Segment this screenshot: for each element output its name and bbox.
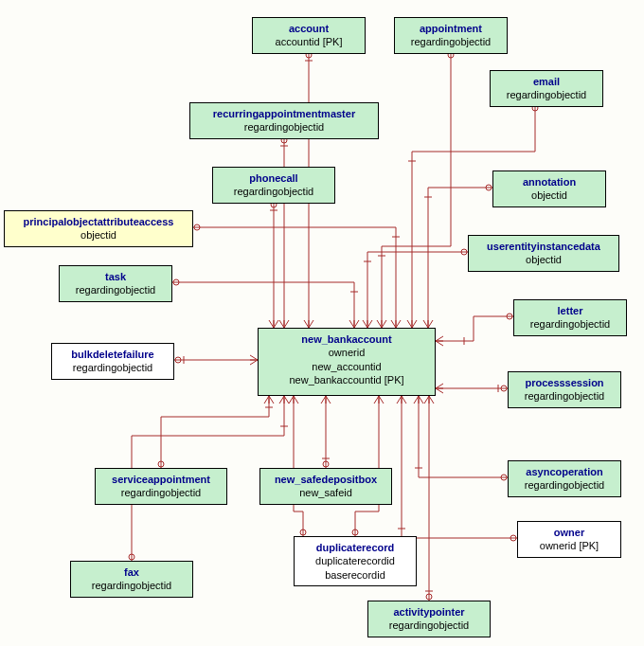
svg-line-99 [419,396,423,404]
entity-attr: ownerid [PK] [524,539,615,552]
svg-line-92 [326,396,331,404]
entity-attr: baserecordid [300,568,410,582]
entity-title: new_bankaccount [264,332,429,346]
entity-title: recurringappointmentmaster [196,107,372,120]
svg-point-129 [129,554,134,560]
entity-title: task [65,270,166,283]
svg-line-100 [414,396,419,404]
svg-line-107 [379,396,384,404]
svg-line-2 [304,320,309,328]
svg-line-116 [289,396,294,404]
svg-point-85 [158,461,164,467]
entity-title: email [496,75,597,88]
svg-line-130 [284,396,289,404]
entity-attr: accountid [PK] [259,35,359,48]
svg-point-71 [175,357,181,363]
svg-point-121 [510,535,516,541]
svg-line-59 [354,320,359,328]
entity-duplicaterecord: duplicaterecordduplicaterecordidbasereco… [294,536,417,586]
svg-line-72 [250,360,258,365]
svg-line-10 [377,320,382,328]
svg-line-86 [269,396,274,404]
entity-title: letter [520,304,620,317]
entity-attr: new_accountid [264,360,429,373]
entity-owner: ownerownerid [PK] [517,521,621,558]
entity-title: principalobjectattributeaccess [10,215,187,228]
entity-task: taskregardingobjectid [59,265,172,302]
entity-new_bankaccount: new_bankaccountowneridnew_accountidnew_b… [258,328,436,396]
entity-principal: principalobjectattributeaccessobjectid [4,210,193,247]
svg-line-137 [424,396,429,404]
svg-line-30 [269,320,274,328]
entity-attr: duplicaterecordid [300,554,410,567]
entity-attr: objectid [10,228,187,242]
entity-attr: regardingobjectid [101,486,221,499]
svg-line-136 [429,396,434,404]
entity-title: new_safedepositbox [266,473,385,486]
entity-attr: ownerid [264,346,429,359]
entity-title: fax [77,565,187,579]
svg-point-65 [507,314,512,319]
entity-bulkdeletefailure: bulkdeletefailureregardingobjectid [51,343,174,380]
svg-line-3 [309,320,313,328]
svg-line-18 [407,320,412,328]
entity-title: duplicaterecord [300,541,410,554]
svg-line-31 [274,320,278,328]
svg-point-106 [352,529,358,535]
svg-line-123 [397,396,402,404]
entity-userentityinstancedata: userentityinstancedataobjectid [468,235,619,272]
svg-line-78 [436,384,443,388]
entity-attr: regardingobjectid [520,317,620,331]
entity-attr: regardingobjectid [514,389,615,403]
svg-point-36 [486,185,492,190]
svg-line-115 [294,396,298,404]
svg-point-114 [300,529,306,535]
entity-activitypointer: activitypointerregardingobjectid [367,601,491,637]
svg-line-25 [284,320,289,328]
svg-line-87 [264,396,269,404]
entity-attr: regardingobjectid [196,120,372,134]
entity-attr: regardingobjectid [514,478,615,492]
entity-attr: new_safeid [266,486,385,499]
svg-line-45 [396,320,401,328]
svg-point-135 [426,594,432,600]
svg-point-43 [194,224,200,230]
entity-attr: regardingobjectid [77,579,187,592]
entity-new_safedepositbox: new_safedepositboxnew_safeid [259,468,392,505]
entity-attr: objectid [499,188,599,202]
entity-processsession: processsessionregardingobjectid [508,371,621,408]
entity-attr: objectid [474,253,613,266]
svg-line-38 [428,320,433,328]
entity-annotation: annotationobjectid [492,170,606,207]
svg-line-24 [279,320,284,328]
entity-attr: new_bankaccountid [PK] [264,373,429,386]
svg-point-91 [323,461,329,467]
entity-title: userentityinstancedata [474,240,613,253]
entity-email: emailregardingobjectid [490,70,603,107]
entity-title: serviceappointment [101,473,221,486]
entity-recurringappointmentmaster: recurringappointmentmasterregardingobjec… [189,102,379,139]
entity-title: processsession [514,376,615,389]
svg-point-98 [501,475,507,480]
entity-appointment: appointmentregardingobjectid [394,17,508,54]
svg-line-67 [436,341,443,346]
svg-point-50 [461,249,467,255]
svg-point-77 [501,386,507,391]
entity-title: owner [524,526,615,539]
entity-attr: regardingobjectid [219,185,329,198]
entity-fax: faxregardingobjectid [70,561,193,598]
entity-attr: regardingobjectid [65,283,166,296]
entity-title: annotation [499,175,599,188]
svg-line-58 [349,320,354,328]
entity-attr: regardingobjectid [401,35,501,48]
svg-point-57 [173,279,179,285]
svg-line-44 [391,320,396,328]
entity-title: appointment [401,22,501,35]
svg-line-52 [367,320,372,328]
entity-phonecall: phonecallregardingobjectid [212,167,335,204]
svg-line-19 [412,320,417,328]
entity-attr: regardingobjectid [58,361,168,374]
svg-line-79 [436,388,443,393]
entity-attr: regardingobjectid [374,619,484,632]
entity-title: asyncoperation [514,465,615,478]
